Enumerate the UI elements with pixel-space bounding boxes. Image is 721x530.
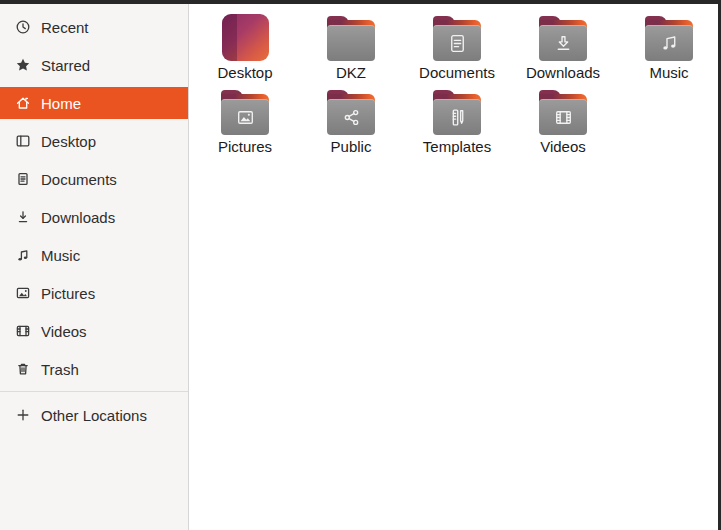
picture-emblem-icon [234, 106, 257, 129]
sidebar-item-label: Recent [41, 19, 89, 36]
sidebar-item-videos[interactable]: Videos [0, 315, 188, 347]
music-emblem-icon [658, 32, 681, 55]
file-item-desktop[interactable]: Desktop [192, 12, 298, 86]
folder-videos-icon [539, 90, 587, 135]
folder-icon [327, 16, 375, 61]
file-item-pictures[interactable]: Pictures [192, 86, 298, 160]
templates-emblem-icon [446, 106, 469, 129]
file-item-label: Downloads [526, 64, 600, 81]
sidebar-item-label: Trash [41, 361, 79, 378]
sidebar-item-label: Pictures [41, 285, 95, 302]
file-item-label: Videos [540, 138, 586, 155]
file-item-videos[interactable]: Videos [510, 86, 616, 160]
sidebar-item-home[interactable]: Home [0, 87, 188, 119]
file-item-label: Music [649, 64, 688, 81]
file-item-documents[interactable]: Documents [404, 12, 510, 86]
desktop-wallpaper-icon [222, 14, 269, 61]
file-item-templates[interactable]: Templates [404, 86, 510, 160]
download-emblem-icon [552, 32, 575, 55]
sidebar-item-documents[interactable]: Documents [0, 163, 188, 195]
sidebar-item-recent[interactable]: Recent [0, 11, 188, 43]
download-arrow-icon [15, 209, 31, 225]
sidebar-item-music[interactable]: Music [0, 239, 188, 271]
trash-can-icon [15, 361, 31, 377]
sidebar-item-label: Starred [41, 57, 90, 74]
file-browser-view: Desktop DKZ Documents [190, 4, 721, 530]
clock-icon [15, 19, 31, 35]
file-item-label: Pictures [218, 138, 272, 155]
folder-templates-icon [433, 90, 481, 135]
file-item-downloads[interactable]: Downloads [510, 12, 616, 86]
file-item-label: Desktop [217, 64, 272, 81]
sidebar-item-desktop[interactable]: Desktop [0, 125, 188, 157]
folder-downloads-icon [539, 16, 587, 61]
sidebar-separator [0, 391, 188, 392]
sidebar-item-other-locations[interactable]: Other Locations [0, 399, 188, 431]
file-item-label: Public [331, 138, 372, 155]
places-sidebar: Recent Starred Home Desktop Documents Do… [0, 4, 189, 530]
sidebar-item-label: Videos [41, 323, 87, 340]
folder-pictures-icon [221, 90, 269, 135]
film-strip-icon [15, 323, 31, 339]
document-icon [15, 171, 31, 187]
icon-grid: Desktop DKZ Documents [192, 12, 721, 160]
window-top-edge [0, 0, 721, 4]
file-item-label: Templates [423, 138, 491, 155]
file-item-label: Documents [419, 64, 495, 81]
sidebar-item-label: Home [41, 95, 81, 112]
sidebar-item-label: Documents [41, 171, 117, 188]
star-icon [15, 57, 31, 73]
file-item-label: DKZ [336, 64, 366, 81]
sidebar-item-pictures[interactable]: Pictures [0, 277, 188, 309]
sidebar-item-label: Desktop [41, 133, 96, 150]
sidebar-item-downloads[interactable]: Downloads [0, 201, 188, 233]
folder-share-icon [327, 90, 375, 135]
folder-documents-icon [433, 16, 481, 61]
sidebar-item-trash[interactable]: Trash [0, 353, 188, 385]
share-emblem-icon [340, 106, 363, 129]
file-item-dkz[interactable]: DKZ [298, 12, 404, 86]
sidebar-item-label: Music [41, 247, 80, 264]
document-emblem-icon [446, 32, 469, 55]
sidebar-item-starred[interactable]: Starred [0, 49, 188, 81]
desktop-panel-icon [15, 133, 31, 149]
plus-icon [15, 407, 31, 423]
folder-music-icon [645, 16, 693, 61]
picture-icon [15, 285, 31, 301]
file-item-public[interactable]: Public [298, 86, 404, 160]
music-note-icon [15, 247, 31, 263]
sidebar-item-label: Downloads [41, 209, 115, 226]
film-emblem-icon [552, 106, 575, 129]
sidebar-item-label: Other Locations [41, 407, 147, 424]
file-item-music[interactable]: Music [616, 12, 721, 86]
home-icon [15, 95, 31, 111]
